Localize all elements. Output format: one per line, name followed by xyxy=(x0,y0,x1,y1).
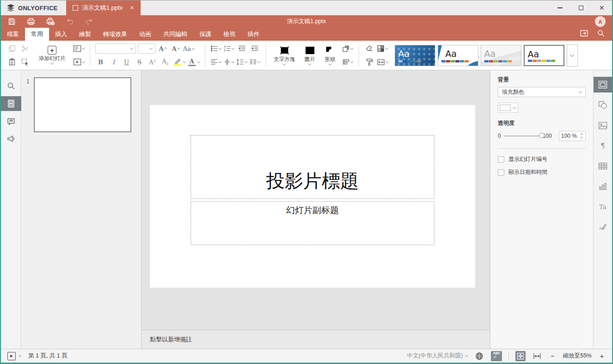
search-button[interactable] xyxy=(597,30,605,39)
cut-button[interactable] xyxy=(19,43,31,54)
strikeout-button[interactable]: S xyxy=(134,56,145,68)
start-slideshow-status-button[interactable]: ▶ xyxy=(7,352,16,360)
show-slide-number-row[interactable]: 显示幻灯片编号 xyxy=(498,155,586,163)
feedback-button[interactable] xyxy=(1,131,21,146)
subtitle-placeholder[interactable]: 幻灯片副标题 xyxy=(191,201,434,245)
save-button[interactable] xyxy=(6,17,17,26)
slideshow-status-chevron-icon[interactable] xyxy=(19,354,22,357)
textart-settings-button[interactable]: Ta xyxy=(594,199,613,215)
spellcheck-button[interactable]: ABC ✓ xyxy=(491,351,502,361)
document-tab[interactable]: 演示文稿1.pptx ✕ xyxy=(66,0,141,15)
slides-panel-button[interactable] xyxy=(1,96,21,111)
bullets-button[interactable] xyxy=(211,43,222,54)
signature-settings-button[interactable] xyxy=(594,219,613,235)
add-slide-button[interactable]: + 添加幻灯片 xyxy=(36,43,68,68)
minimize-button[interactable] xyxy=(550,0,570,15)
tab-protection[interactable]: 保護 xyxy=(193,28,217,41)
tab-close-icon[interactable]: ✕ xyxy=(130,5,134,11)
fit-to-slide-button[interactable] xyxy=(515,351,526,361)
tab-plugins[interactable]: 插件 xyxy=(241,28,266,41)
notes-area[interactable]: 點擊以新增備註 xyxy=(142,330,490,349)
show-date-time-checkbox[interactable] xyxy=(498,169,504,176)
table-settings-button[interactable] xyxy=(594,158,613,174)
redo-button[interactable] xyxy=(84,17,94,26)
slide-thumbnail-selected[interactable] xyxy=(34,77,131,132)
user-avatar[interactable]: A xyxy=(595,16,606,27)
zoom-level[interactable]: 縮放至55% xyxy=(563,352,592,360)
font-color-button[interactable]: A xyxy=(187,56,200,68)
slide-surface[interactable]: 投影片標題 幻灯片副标题 xyxy=(150,105,475,288)
tab-animation[interactable]: 动画 xyxy=(133,28,157,41)
increase-indent-button[interactable] xyxy=(249,43,260,54)
decrease-font-button[interactable]: A xyxy=(170,43,181,54)
theme-thumbnail-3[interactable]: Aa xyxy=(481,45,521,66)
tab-collaboration[interactable]: 共同編輯 xyxy=(157,28,193,41)
paste-button[interactable] xyxy=(6,56,18,68)
shape-fill-button[interactable] xyxy=(377,43,388,54)
slide-work-area[interactable]: 投影片標題 幻灯片副标题 xyxy=(142,70,490,330)
quick-print-button[interactable] xyxy=(45,17,56,26)
copy-button[interactable] xyxy=(6,43,18,54)
background-fill-select[interactable]: 填充顏色 xyxy=(498,87,586,97)
slide-size-button[interactable] xyxy=(377,56,388,68)
tab-draw[interactable]: 繪製 xyxy=(73,28,97,41)
theme-thumbnail-1[interactable]: Aa xyxy=(395,45,435,66)
set-language-button[interactable] xyxy=(474,351,484,361)
decrease-indent-button[interactable] xyxy=(236,43,248,54)
copy-style-button[interactable] xyxy=(364,56,375,68)
columns-button[interactable] xyxy=(249,56,260,68)
theme-thumbnail-2[interactable]: Aa xyxy=(438,45,478,66)
chart-settings-button[interactable] xyxy=(594,179,613,194)
zoom-in-button[interactable]: + xyxy=(598,352,606,360)
highlight-color-button[interactable] xyxy=(173,56,186,68)
font-size-combo[interactable] xyxy=(138,43,155,54)
change-case-button[interactable]: Aa xyxy=(183,43,194,54)
line-spacing-button[interactable] xyxy=(236,56,248,68)
zoom-out-button[interactable]: − xyxy=(549,352,556,360)
numbering-button[interactable] xyxy=(223,43,235,54)
italic-button[interactable]: I xyxy=(108,56,119,68)
undo-button[interactable] xyxy=(65,17,75,26)
subscript-button[interactable]: A2 xyxy=(160,56,171,68)
superscript-button[interactable]: A2 xyxy=(147,56,158,68)
shape-settings-button[interactable] xyxy=(594,97,613,113)
insert-image-button[interactable]: 圖片 xyxy=(302,43,318,68)
language-selector[interactable]: 中文(中华人民共和国) xyxy=(407,352,468,360)
bold-button[interactable]: B xyxy=(95,56,106,68)
background-color-button[interactable] xyxy=(498,103,518,113)
fit-to-width-button[interactable] xyxy=(532,351,542,361)
slider-handle[interactable] xyxy=(539,133,545,138)
increase-font-button[interactable]: A xyxy=(157,43,168,54)
theme-gallery-expand-button[interactable] xyxy=(567,44,578,67)
theme-thumbnail-4-selected[interactable]: Aa xyxy=(524,45,564,66)
tab-file[interactable]: 檔案 xyxy=(1,28,25,41)
find-panel-button[interactable] xyxy=(1,79,21,93)
maximize-button[interactable] xyxy=(570,0,591,15)
paragraph-settings-button[interactable]: ¶ xyxy=(594,138,613,154)
vertical-align-button[interactable] xyxy=(223,56,235,68)
tab-view[interactable]: 檢視 xyxy=(217,28,241,41)
tab-insert[interactable]: 插入 xyxy=(49,28,73,41)
slide-layout-button[interactable] xyxy=(73,43,85,54)
print-button[interactable] xyxy=(26,17,36,26)
transparency-spinbox[interactable]: 100 % xyxy=(559,131,586,141)
insert-textbox-button[interactable]: 文字方塊 xyxy=(271,43,298,68)
underline-button[interactable]: U xyxy=(121,56,132,68)
show-date-time-row[interactable]: 顯示日期和時間 xyxy=(498,168,586,176)
comments-panel-button[interactable] xyxy=(1,114,21,129)
close-button[interactable]: ✕ xyxy=(591,0,612,15)
start-slideshow-button[interactable] xyxy=(73,56,85,68)
spin-up-icon[interactable] xyxy=(580,133,583,136)
select-all-button[interactable] xyxy=(19,56,31,68)
image-settings-button[interactable] xyxy=(594,117,613,133)
open-file-location-button[interactable] xyxy=(580,30,589,39)
horizontal-align-button[interactable] xyxy=(211,56,222,68)
tab-transitions[interactable]: 轉場效果 xyxy=(97,28,133,41)
slide-settings-button[interactable] xyxy=(594,77,613,93)
title-placeholder[interactable]: 投影片標題 xyxy=(191,135,434,199)
font-name-combo[interactable] xyxy=(95,43,136,54)
clear-style-button[interactable] xyxy=(364,43,375,54)
spin-down-icon[interactable] xyxy=(580,136,583,138)
transparency-slider[interactable] xyxy=(504,136,542,136)
align-shape-button[interactable] xyxy=(342,56,353,68)
